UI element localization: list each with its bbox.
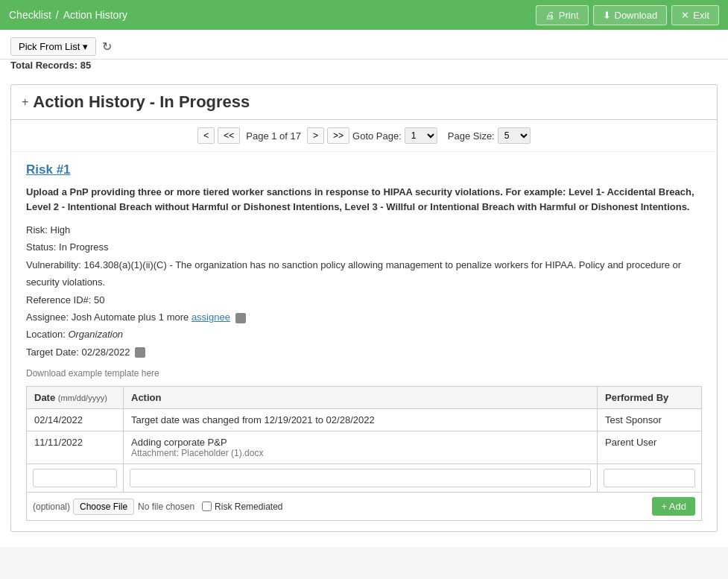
attachment-text: Attachment: Placeholder (1).docx: [131, 448, 589, 458]
status-row: Status: In Progress: [26, 238, 702, 256]
risk-remediated-label: Risk Remediated: [202, 502, 282, 512]
pick-from-list-button[interactable]: Pick From List ▾: [10, 37, 96, 56]
edit-target-date-icon[interactable]: [135, 347, 145, 358]
vulnerability-row: Vulnerability: 164.308(a)(1)(ii)(C) - Th…: [26, 256, 702, 291]
add-button[interactable]: + Add: [652, 497, 695, 516]
action-table: Date (mm/dd/yyyy) Action Performed By 02…: [26, 386, 702, 521]
risk-level-value: High: [51, 224, 71, 235]
optional-label: (optional): [33, 502, 70, 512]
refresh-icon[interactable]: ↻: [102, 39, 112, 54]
table-cell-date: 02/14/2022: [27, 409, 124, 431]
table-cell-date: 11/11/2022: [27, 431, 124, 464]
table-row: 02/14/2022Target date was changed from 1…: [27, 409, 702, 431]
last-page-button[interactable]: >>: [327, 127, 349, 144]
location-row: Location: Organization: [26, 326, 702, 343]
table-cell-performed-by: Test Sponsor: [598, 409, 702, 431]
reference-value: 50: [94, 294, 104, 306]
main-content: + Action History - In Progress < << Page…: [0, 77, 728, 547]
col-action-header: Action: [124, 387, 598, 409]
download-template-link[interactable]: Download example template here: [26, 368, 702, 379]
card-title: Action History - In Progress: [33, 92, 250, 112]
input-performed-by-cell: [598, 464, 702, 493]
app-header: Checklist / Action History 🖨 Print ⬇ Dow…: [0, 0, 728, 30]
risk-content: Risk #1 Upload a PnP providing three or …: [11, 152, 717, 531]
input-date-cell: [27, 464, 124, 493]
breadcrumb-current: Action History: [63, 9, 127, 21]
input-action-cell: [124, 464, 598, 493]
assignee-label: Assignee:: [26, 311, 69, 323]
card-header: + Action History - In Progress: [11, 85, 717, 120]
vulnerability-value: 164.308(a)(1)(ii)(C) - The organization …: [26, 259, 681, 288]
header-buttons: 🖨 Print ⬇ Download ✕ Exit: [536, 5, 719, 25]
pagesize-select[interactable]: 5102550: [498, 127, 531, 144]
table-cell-action: Adding corporate P&PAttachment: Placehol…: [124, 431, 598, 464]
date-input[interactable]: [33, 469, 117, 487]
risk-level-row: Risk: High: [26, 221, 702, 238]
table-row: 11/11/2022Adding corporate P&PAttachment…: [27, 431, 702, 464]
assignee-value: Josh Automate plus 1 more: [72, 311, 189, 323]
vulnerability-label: Vulnerability:: [26, 259, 81, 270]
edit-assignee-icon[interactable]: [235, 313, 246, 323]
download-button[interactable]: ⬇ Download: [593, 5, 668, 25]
col-date-header: Date (mm/dd/yyyy): [27, 387, 124, 409]
plus-icon: +: [22, 95, 28, 109]
breadcrumb-checklist[interactable]: Checklist: [9, 9, 51, 21]
exit-button[interactable]: ✕ Exit: [671, 5, 719, 25]
page-info: Page 1 of 17: [246, 130, 301, 142]
reference-label: Reference ID#:: [26, 294, 91, 306]
target-date-label: Target Date:: [26, 347, 79, 358]
page-select[interactable]: 1234567891011121314151617: [405, 127, 437, 144]
risk-title[interactable]: Risk #1: [26, 162, 702, 177]
add-row-inner: (optional) Choose File No file chosen Ri…: [33, 497, 695, 516]
goto-label: Goto Page:: [352, 130, 402, 142]
add-row-cell: (optional) Choose File No file chosen Ri…: [27, 493, 702, 521]
no-file-text: No file chosen: [138, 502, 194, 512]
choose-file-button[interactable]: Choose File: [73, 499, 134, 515]
status-label: Status:: [26, 241, 56, 253]
reference-row: Reference ID#: 50: [26, 291, 702, 309]
risk-remediated-checkbox[interactable]: [202, 502, 212, 511]
first-page-button[interactable]: <: [197, 127, 215, 144]
close-icon: ✕: [681, 10, 689, 21]
total-records: Total Records: 85: [0, 60, 728, 77]
risk-details: Risk: High Status: In Progress Vulnerabi…: [26, 221, 702, 361]
breadcrumb-separator: /: [56, 9, 59, 21]
location-label: Location:: [26, 329, 66, 340]
location-value: Organization: [68, 329, 123, 340]
assignee-row: Assignee: Josh Automate plus 1 more assi…: [26, 309, 702, 326]
action-input[interactable]: [130, 469, 591, 487]
next-page-button[interactable]: >: [307, 127, 324, 144]
table-header-row: Date (mm/dd/yyyy) Action Performed By: [27, 387, 702, 409]
action-history-card: + Action History - In Progress < << Page…: [10, 84, 718, 532]
download-icon: ⬇: [603, 10, 611, 21]
table-cell-action: Target date was changed from 12/19/2021 …: [124, 409, 598, 431]
breadcrumb: Checklist / Action History: [9, 9, 127, 21]
add-row: (optional) Choose File No file chosen Ri…: [27, 493, 702, 521]
risk-level-label: Risk:: [26, 224, 48, 235]
pagination-bar: < << Page 1 of 17 > >> Goto Page: 123456…: [11, 120, 717, 152]
toolbar: Pick From List ▾ ↻: [0, 30, 728, 60]
chevron-down-icon: ▾: [83, 41, 88, 52]
pagesize-label: Page Size:: [448, 130, 495, 142]
status-value: In Progress: [59, 241, 108, 253]
target-date-row: Target Date: 02/28/2022: [26, 344, 702, 361]
print-button[interactable]: 🖨 Print: [536, 5, 589, 25]
assignee-link[interactable]: assignee: [192, 311, 230, 323]
target-date-value: 02/28/2022: [81, 347, 130, 358]
risk-description: Upload a PnP providing three or more tie…: [26, 185, 702, 214]
prev-page-button[interactable]: <<: [218, 127, 240, 144]
performed-by-input[interactable]: [604, 469, 695, 487]
table-cell-performed-by: Parent User: [598, 431, 702, 464]
col-performed-by-header: Performed By: [598, 387, 702, 409]
input-row: [27, 464, 702, 493]
print-icon: 🖨: [545, 10, 555, 21]
